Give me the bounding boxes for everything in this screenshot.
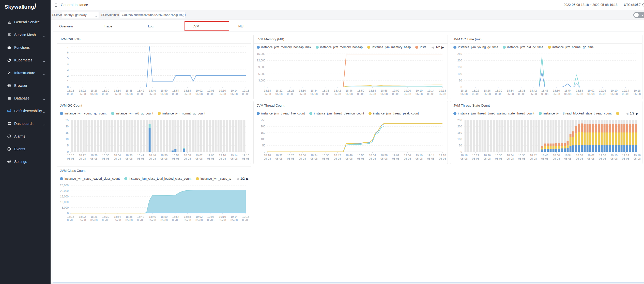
sidebar-item-label: Events <box>14 147 25 151</box>
legend-item-instance-jvm-old-gc-count[interactable]: instance_jvm_old_gc_count <box>111 112 153 115</box>
sidebar-item-browser[interactable]: Browser <box>0 81 51 90</box>
sidebar-item-label: Service Mesh <box>14 33 36 37</box>
sidebar-item-self-observability[interactable]: Sw)Self Observability <box>0 107 51 116</box>
legend-prev-icon[interactable]: ◀ <box>432 45 434 49</box>
chart-canvas[interactable]: 05010015020025018:1805-0818:2205-0818:26… <box>450 51 642 99</box>
legend-item-instance-jvm-class-loaded-class-count[interactable]: instance_jvm_class_loaded_class_count <box>60 177 120 180</box>
sidebar-item-database[interactable]: Database <box>0 94 51 103</box>
legend-item-instance-jvm-young-gc-count[interactable]: instance_jvm_young_gc_count <box>60 112 106 115</box>
legend-prev-icon[interactable]: ◀ <box>626 112 628 115</box>
legend-item-instance-jvm-thread-daemon-count[interactable]: instance_jvm_thread_daemon_count <box>309 112 364 115</box>
legend-prev-icon[interactable]: ◀ <box>236 177 239 181</box>
legend-item-insta[interactable]: insta <box>415 45 426 49</box>
chart-plot-jvm-cpu[interactable]: 0123456718:1805-0818:2205-0818:2605-0818… <box>57 44 251 100</box>
svg-text:5,000: 5,000 <box>62 206 69 209</box>
tab-overview[interactable]: Overview <box>51 21 81 31</box>
legend-item-instance-jvm-normal-gc-time[interactable]: instance_jvm_normal_gc_time <box>548 45 594 49</box>
legend-dot-icon <box>257 112 260 115</box>
legend-item-instance-jvm-normal-gc-count[interactable]: instance_jvm_normal_gc_count <box>158 112 205 115</box>
svg-text:0: 0 <box>264 150 265 153</box>
sidebar-item-service-mesh[interactable]: Service Mesh <box>0 30 51 40</box>
chart-canvas[interactable]: 05010015020025018:1805-0818:2205-0818:26… <box>254 117 448 163</box>
legend-item-instance-jvm-class-total-loaded-class-count[interactable]: instance_jvm_class_total_loaded_class_co… <box>124 177 191 180</box>
sidebar-item-events[interactable]: Events <box>0 145 51 154</box>
sidebar-item-label: Functions <box>14 45 30 49</box>
sidebar-item-settings[interactable]: Settings <box>0 157 51 166</box>
chart-plot-jvm-memory[interactable]: 03,0006,0009,00012,00015,00018:1805-0818… <box>254 51 448 100</box>
svg-text:18:2205-08: 18:2205-08 <box>472 154 479 160</box>
sidebar-item-general-service[interactable]: General Service <box>0 18 51 27</box>
legend-item-instance-jvm-memory-noheap[interactable]: instance_jvm_memory_noheap <box>316 45 363 49</box>
svg-text:19:0605-08: 19:0605-08 <box>207 89 214 95</box>
svg-text:18:2605-08: 18:2605-08 <box>484 89 491 95</box>
time-range[interactable]: 2022-05-08 18:18 ~ 2022-05-08 19:18 <box>564 3 618 7</box>
legend-label: instance_jvm_thread_blocked_state_thread… <box>543 112 611 115</box>
legend-item-instance-jvm-thread-peak-count[interactable]: instance_jvm_thread_peak_count <box>369 112 419 115</box>
svg-text:18:3805-08: 18:3805-08 <box>322 154 329 160</box>
svg-text:0: 0 <box>67 150 69 153</box>
legend-item-instance-jvm-thread-blocked-state-thread-count[interactable]: instance_jvm_thread_blocked_state_thread… <box>539 112 611 115</box>
svg-text:100: 100 <box>457 72 462 75</box>
chart-panel-jvm-gc-time: JVM GC Time (ms)instance_jvm_young_gc_ti… <box>450 35 642 99</box>
svg-text:0: 0 <box>461 150 462 153</box>
legend-next-icon[interactable]: ▶ <box>441 45 444 49</box>
svg-text:100: 100 <box>261 138 265 141</box>
svg-text:18:4205-08: 18:4205-08 <box>137 89 144 95</box>
chart-icon <box>7 20 11 24</box>
chart-plot-jvm-gc-time[interactable]: 05010015020025018:1805-0818:2205-0818:26… <box>450 51 642 100</box>
sidebar-item-label: Alarms <box>14 134 25 138</box>
sidebar-item-kubernetes[interactable]: Kubernetes <box>0 56 51 65</box>
tab-trace[interactable]: Trace <box>93 21 123 31</box>
legend-item-instance-jvm-class-to[interactable]: instance_jvm_class_to <box>196 177 231 180</box>
tab-log[interactable]: Log <box>135 21 166 31</box>
legend-item-instance-jvm-memory-heap[interactable]: instance_jvm_memory_heap <box>367 45 411 49</box>
legend-next-icon[interactable]: ▶ <box>636 112 638 115</box>
svg-text:18:4205-08: 18:4205-08 <box>334 89 341 95</box>
chart-canvas[interactable]: 05,00010,00015,00020,00025,00018:1805-08… <box>57 182 251 225</box>
legend-item-instance-jvm-thread-timed-waiting-state-thread-count[interactable]: instance_jvm_thread_timed_waiting_state_… <box>453 112 534 115</box>
svg-text:5: 5 <box>67 144 69 147</box>
legend-next-icon[interactable]: ▶ <box>246 177 249 181</box>
svg-text:19:1805-08: 19:1805-08 <box>439 89 446 95</box>
svg-text:18:5405-08: 18:5405-08 <box>369 154 376 160</box>
legend-label: instance_jvm_thread_timed_waiting_state_… <box>458 112 534 115</box>
svg-text:18:4605-08: 18:4605-08 <box>149 89 156 95</box>
service-select[interactable]: shenyu-gateway <box>62 12 99 18</box>
svg-text:18:4205-08: 18:4205-08 <box>530 154 537 160</box>
svg-text:200: 200 <box>457 59 462 62</box>
legend-item-unlabeled[interactable] <box>616 112 621 115</box>
chart-plot-jvm-thread-state-count[interactable]: 05010015020025018:1805-0818:2205-0818:26… <box>450 117 642 164</box>
instance-select[interactable]: 74d96c778c694c6b9b6322c62d55b765@192.168 <box>119 12 186 18</box>
chart-canvas[interactable]: 051015202518:1805-0818:2205-0818:2605-08… <box>57 117 251 163</box>
menu-fold-icon[interactable] <box>53 3 57 7</box>
legend-item-instance-jvm-old-gc-time[interactable]: instance_jvm_old_gc_time <box>503 45 543 49</box>
sidebar-item-dashboards[interactable]: Dashboards <box>0 119 51 128</box>
svg-text:18:5005-08: 18:5005-08 <box>553 154 560 160</box>
svg-text:15,000: 15,000 <box>257 52 265 55</box>
chart-plot-jvm-thread-count[interactable]: 05010015020025018:1805-0818:2205-0818:26… <box>254 117 448 164</box>
timezone-label[interactable]: UTC+8:0 <box>624 3 637 7</box>
tab-net[interactable]: .NET <box>226 21 256 31</box>
chart-canvas[interactable]: 0123456718:1805-0818:2205-0818:2605-0818… <box>57 44 251 99</box>
edit-mode-toggle[interactable]: V <box>633 12 644 18</box>
legend-item-instance-jvm-memory-noheap-max[interactable]: instance_jvm_memory_noheap_max <box>257 45 311 49</box>
sidebar-item-alarms[interactable]: Alarms <box>0 132 51 141</box>
chart-canvas[interactable]: 03,0006,0009,00012,00015,00018:1805-0818… <box>254 51 448 99</box>
chart-canvas[interactable]: 05010015020025018:1805-0818:2205-0818:26… <box>450 117 642 163</box>
sidebar-item-functions[interactable]: Functions <box>0 43 51 52</box>
sidebar-item-infrastructure[interactable]: Infrastructure <box>0 69 51 78</box>
toggle-knob <box>634 13 639 17</box>
chart-plot-jvm-gc-count[interactable]: 051015202518:1805-0818:2205-0818:2605-08… <box>57 117 251 164</box>
legend-item-instance-jvm-thread-live-count[interactable]: instance_jvm_thread_live_count <box>257 112 305 115</box>
refresh-icon[interactable] <box>637 3 641 7</box>
clock-icon[interactable] <box>642 3 644 7</box>
skywalking-logo[interactable]: Skywalking) <box>5 3 36 10</box>
chart-title-jvm-memory: JVM Memory (MB) <box>254 35 448 44</box>
svg-text:50: 50 <box>262 144 265 147</box>
svg-text:15: 15 <box>66 131 69 134</box>
chart-plot-jvm-class-count[interactable]: 05,00010,00015,00020,00025,00018:1805-08… <box>57 182 251 226</box>
svg-text:6,000: 6,000 <box>258 72 265 75</box>
svg-text:19:1005-08: 19:1005-08 <box>610 154 618 160</box>
legend-item-instance-jvm-young-gc-time[interactable]: instance_jvm_young_gc_time <box>453 45 498 49</box>
svg-text:18:3405-08: 18:3405-08 <box>311 154 318 160</box>
